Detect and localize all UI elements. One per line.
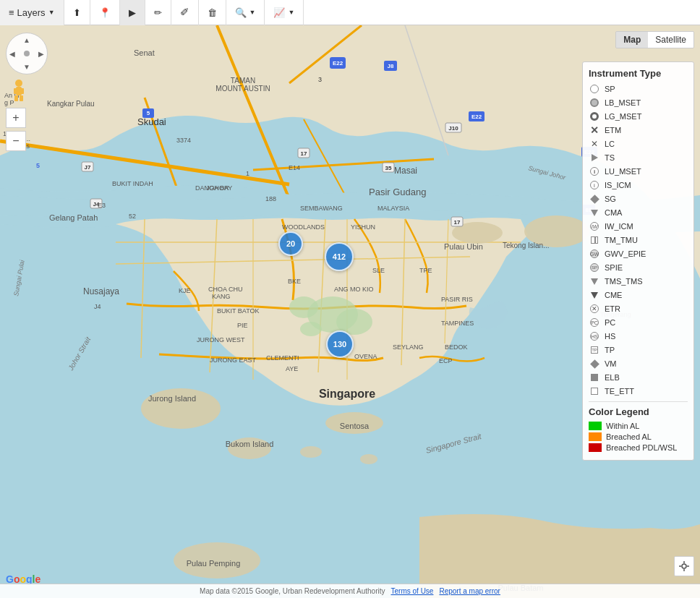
- legend-item-etm: ✕ ETM: [589, 124, 688, 136]
- cma-icon: [589, 207, 600, 218]
- cursor-icon: ▶: [129, 7, 136, 18]
- zoom-in-button[interactable]: +: [6, 108, 26, 128]
- delete-button[interactable]: 🗑: [199, 0, 226, 25]
- is-icm-icon: i: [589, 179, 600, 191]
- svg-rect-118: [20, 95, 23, 101]
- legend-item-elb: ELB: [589, 372, 688, 383]
- search-button[interactable]: 🔍 ▼: [226, 0, 265, 25]
- cme-icon: [589, 289, 600, 301]
- sg-label: SG: [605, 195, 616, 203]
- svg-text:3374: 3374: [176, 137, 191, 144]
- etm-icon: ✕: [589, 124, 600, 136]
- svg-point-115: [15, 80, 22, 87]
- cma-label: CMA: [605, 208, 622, 217]
- svg-text:JURONG EAST: JURONG EAST: [210, 356, 257, 364]
- pan-control[interactable]: ▲ ▼ ◀ ▶: [6, 33, 48, 74]
- legend-item-lg-mset: LG_MSET: [589, 111, 688, 122]
- pan-down-button[interactable]: ▼: [23, 63, 30, 71]
- sp-label: SP: [605, 85, 615, 93]
- instrument-type-title: Instrument Type: [589, 68, 688, 79]
- svg-text:TAMAN: TAMAN: [231, 77, 255, 85]
- svg-text:Skudai: Skudai: [137, 116, 166, 127]
- legend-item-te-ett: TE_ETT: [589, 385, 688, 397]
- color-legend-title: Color Legend: [589, 406, 688, 417]
- chart-icon: 📈: [273, 7, 285, 18]
- svg-text:BUKIT BATOK: BUKIT BATOK: [217, 307, 260, 315]
- chart-button[interactable]: 📈 ▼: [265, 0, 304, 25]
- legend-item-tm-tmu: TM_TMU: [589, 234, 688, 246]
- pin-button[interactable]: 📍: [90, 0, 120, 25]
- locate-button[interactable]: [674, 556, 694, 576]
- map-type-toggle: Map Satellite: [615, 31, 694, 48]
- svg-point-121: [682, 564, 686, 568]
- lu-mset-label: LU_MSET: [605, 167, 641, 176]
- map-container[interactable]: E22 J8 E22 E22 89 5 J7 J4 17 35 J10 17 S…: [0, 25, 700, 598]
- zoom-out-button[interactable]: −: [6, 131, 26, 151]
- svg-text:3: 3: [318, 76, 322, 83]
- svg-text:188: 188: [265, 195, 276, 202]
- svg-text:Masai: Masai: [394, 166, 417, 176]
- svg-text:E14: E14: [289, 164, 300, 171]
- sg-icon: [589, 193, 600, 205]
- marker-20[interactable]: 20: [278, 231, 303, 256]
- legend-item-gwv-epie: GW GWV_EPIE: [589, 248, 688, 260]
- svg-text:CHOA CHU: CHOA CHU: [208, 286, 243, 293]
- edit-button[interactable]: ✐: [171, 0, 199, 25]
- svg-text:JURONG WEST: JURONG WEST: [197, 336, 245, 343]
- upload-button[interactable]: ⬆: [64, 0, 90, 25]
- legend-item-is-icm: i IS_ICM: [589, 179, 688, 191]
- svg-text:PIE: PIE: [237, 322, 248, 329]
- svg-text:SLE: SLE: [372, 267, 385, 274]
- svg-text:1: 1: [246, 170, 249, 177]
- iw-icm-icon: IW: [589, 221, 600, 232]
- terms-link[interactable]: Terms of Use: [391, 587, 434, 595]
- marker-412[interactable]: 412: [325, 242, 354, 271]
- svg-text:Sentosa: Sentosa: [340, 422, 370, 430]
- svg-text:ECP: ECP: [439, 357, 453, 364]
- map-type-map-button[interactable]: Map: [616, 32, 648, 48]
- te-ett-label: TE_ETT: [605, 387, 634, 396]
- lc-icon: ✕: [589, 138, 600, 150]
- lu-mset-icon: i: [589, 166, 600, 177]
- pan-right-button[interactable]: ▶: [38, 50, 44, 58]
- cursor-button[interactable]: ▶: [120, 0, 145, 25]
- report-link[interactable]: Report a map error: [439, 587, 500, 595]
- legend-item-cme: CME: [589, 289, 688, 301]
- legend-item-pc: PC PC: [589, 317, 688, 328]
- legend-item-sg: SG: [589, 193, 688, 205]
- svg-point-20: [300, 322, 322, 336]
- svg-text:E22: E22: [471, 114, 482, 120]
- cme-label: CME: [605, 291, 622, 299]
- map-copyright: Map data ©2015 Google, Urban Redevelopme…: [200, 587, 385, 595]
- pan-up-button[interactable]: ▲: [23, 36, 30, 44]
- breached-al-color: [589, 432, 602, 441]
- edit-icon: ✐: [180, 6, 189, 19]
- svg-text:YISHUN: YISHUN: [351, 223, 375, 231]
- chart-dropdown-icon: ▼: [288, 9, 294, 16]
- legend-panel: Instrument Type SP LB_MSET LG_MSET ✕: [582, 61, 694, 461]
- pan-left-button[interactable]: ◀: [9, 50, 15, 58]
- marker-412-label: 412: [333, 252, 346, 261]
- svg-text:52: 52: [129, 213, 136, 220]
- breached-al-label: Breached AL: [606, 432, 652, 441]
- pegman[interactable]: [12, 80, 26, 103]
- pc-label: PC: [605, 318, 615, 327]
- spie-icon: SP: [589, 262, 600, 273]
- svg-text:E3: E3: [98, 202, 106, 209]
- lg-mset-label: LG_MSET: [605, 112, 641, 121]
- iw-icm-label: IW_ICM: [605, 222, 633, 231]
- svg-text:E22: E22: [333, 60, 343, 67]
- layers-button[interactable]: ≡ Layers ▼: [0, 0, 64, 25]
- vm-icon: [589, 358, 600, 370]
- ts-label: TS: [605, 153, 615, 162]
- map-type-satellite-button[interactable]: Satellite: [648, 32, 693, 48]
- pc-icon: PC: [589, 317, 600, 328]
- svg-text:J4: J4: [94, 303, 101, 310]
- draw-button[interactable]: ✏: [145, 0, 171, 25]
- svg-text:WOODLANDS: WOODLANDS: [282, 223, 325, 231]
- svg-text:5: 5: [147, 110, 150, 116]
- svg-text:PASIR RIS: PASIR RIS: [441, 296, 473, 303]
- marker-130[interactable]: 130: [326, 330, 354, 358]
- legend-item-tms-tms: TMS_TMS: [589, 275, 688, 287]
- svg-text:Nusajaya: Nusajaya: [83, 286, 119, 296]
